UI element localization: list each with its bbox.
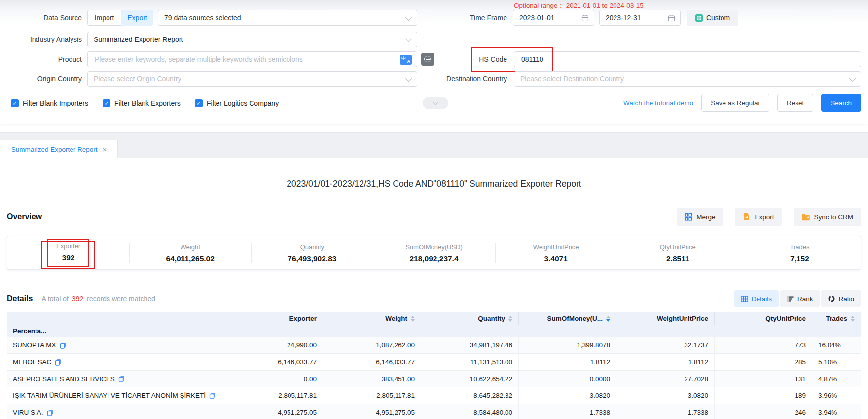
copy-icon[interactable] [209,392,216,399]
stat-label: WeightUnitPrice [533,243,579,251]
filter-checkbox[interactable]: ✓ Filter Blank Importers [11,99,88,107]
cell-quantity: 4,951,275.05 [323,404,421,419]
column-header[interactable]: Quantity [421,312,519,325]
tutorial-link[interactable]: Watch the tutorial demo [623,99,693,107]
cell-percentage: 5.10% [812,354,861,370]
product-keywords-field: 中A [87,51,417,67]
tab-bar: Summarized Exporter Report × [0,132,868,158]
checkbox-checked-icon: ✓ [11,99,19,107]
column-header[interactable]: SumOfMoney(U... [519,312,616,325]
cell-quantity: 2,805,117.81 [323,387,421,404]
column-header[interactable]: Percenta... [7,325,225,337]
view-ratio-button[interactable]: Ratio [821,290,861,307]
checkbox-label: Filter Logitics Company [207,99,279,107]
copy-icon[interactable] [55,359,61,366]
copy-icon[interactable] [47,409,53,416]
exporter-name[interactable]: VIRU S.A. [13,409,53,416]
custom-range-button[interactable]: Custom [687,10,738,26]
exporter-name[interactable]: IŞIK TARIM ÜRÜNLERİ SANAYİ VE TİCARET AN… [13,392,216,399]
cell-weight: 2,805,117.81 [225,387,323,404]
start-date-input[interactable]: 2023-01-01 [513,10,594,26]
data-source-select[interactable]: 79 data sources selected [158,10,417,26]
tab-close-icon[interactable]: × [103,145,107,153]
chevron-down-icon [405,36,412,42]
stat-label: Quantity [300,243,324,251]
tab-summarized-exporter-report[interactable]: Summarized Exporter Report × [0,140,118,158]
overview-heading: Overview [7,212,42,221]
overview-stats-panel: Exporter 392 Weight 64,011,265.02 Quanti… [7,236,861,270]
exporter-name[interactable]: MEBOL SAC [13,358,61,366]
origin-country-label: Origin Country [3,71,82,87]
tab-label: Summarized Exporter Report [11,146,98,153]
cell-weight-unit-price: 1,399.8078 [519,337,616,353]
search-button[interactable]: Search [821,94,861,112]
overview-stat: Exporter 392 [7,236,129,269]
table-row: VIRU S.A. 4,951,275.05 4,951,275.05 8,58… [7,404,861,419]
export-toggle-button[interactable]: Export [121,10,153,26]
hs-code-input[interactable] [520,55,855,64]
data-source-toggle: Import Export [87,10,153,26]
custom-grid-icon [695,14,703,22]
reset-button[interactable]: Reset [777,94,813,112]
industry-analysis-select[interactable]: Summarized Exporter Report [87,32,417,47]
calendar-icon[interactable] [668,14,675,23]
cell-weight: 6,146,033.77 [225,354,323,370]
origin-country-select[interactable]: Please select Origin Country [87,71,417,87]
cell-sum-of-money: 8,645,282.32 [421,387,519,404]
cell-qty-unit-price: 3.0820 [616,387,715,404]
product-keywords-input[interactable] [94,55,395,64]
table-body: SUNOPTA MX 24,990.00 1,087,262.00 34,981… [7,337,861,419]
chevron-down-icon [433,99,439,105]
column-header[interactable]: Trades [812,312,861,325]
import-toggle-button[interactable]: Import [87,10,121,26]
chevron-down-icon [405,14,412,21]
cell-percentage: 3.96% [812,387,861,404]
cell-quantity: 1,087,262.00 [323,337,421,353]
sync-to-crm-button[interactable]: Sync to CRM [794,208,861,226]
column-header[interactable]: Exporter [225,312,323,325]
copy-icon[interactable] [60,342,66,349]
cell-sum-of-money: 11,131,513.00 [421,354,519,370]
cell-percentage: 3.94% [812,404,861,419]
save-as-regular-button[interactable]: Save as Regular [701,94,769,112]
calendar-icon[interactable] [581,14,589,23]
data-source-label: Data Source [3,10,82,26]
export-button[interactable]: Export [735,208,782,226]
copy-icon[interactable] [118,376,125,382]
translate-icon[interactable]: 中A [400,55,412,65]
cell-percentage: 16.04% [812,337,861,353]
sort-icon [851,316,855,322]
filter-checkbox[interactable]: ✓ Filter Logitics Company [195,99,279,107]
sort-icon [411,316,415,322]
checkbox-label: Filter Blank Exporters [114,99,181,107]
column-header[interactable]: WeightUnitPrice [616,312,715,325]
collapse-toggle[interactable] [423,97,448,109]
destination-country-select[interactable]: Please select Destination Country [514,71,861,87]
destination-country-label: Destination Country [428,71,507,87]
cell-weight-unit-price: 1.7338 [519,404,616,419]
cell-weight-unit-price: 3.0820 [519,387,616,404]
end-date-input[interactable]: 2023-12-31 [599,10,681,26]
table-row: MEBOL SAC 6,146,033.77 6,146,033.77 11,1… [7,354,861,371]
column-header[interactable]: QtyUnitPrice [715,312,812,325]
records-count: 392 [72,295,83,303]
checkbox-checked-icon: ✓ [195,99,203,107]
overview-stat: WeightUnitPrice 3.4071 [495,236,617,269]
stat-label: Weight [181,243,200,251]
column-header[interactable]: Weight [323,312,421,325]
filter-checkbox[interactable]: ✓ Filter Blank Exporters [103,99,181,107]
view-rank-button[interactable]: Rank [780,290,820,307]
cell-percentage: 4.87% [812,371,861,387]
exporter-name[interactable]: ASEPRO SALES AND SERVICES [13,375,125,382]
exporter-name[interactable]: SUNOPTA MX [13,342,66,349]
folder-icon [801,213,810,221]
cell-exporter: SUNOPTA MX [7,337,225,353]
exporter-table: Exporter Weight Quantity SumOfMoney(U...… [7,312,861,419]
view-details-button[interactable]: Details [734,290,779,307]
merge-icon [685,213,692,221]
overview-stat: Weight 64,011,265.02 [129,236,251,269]
hs-code-field [514,51,861,67]
stat-label: Trades [790,243,809,251]
merge-button[interactable]: Merge [677,208,723,226]
report-title: 2023/01/01-2023/12/31,HS Code AND"081110… [7,179,861,189]
